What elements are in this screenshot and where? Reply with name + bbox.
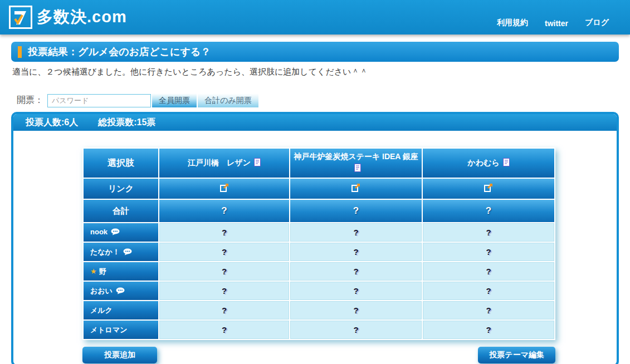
open-all-button[interactable]: 全員開票 xyxy=(152,94,197,107)
vote-value: ? xyxy=(486,247,491,257)
choice-header-2: 神戸牛炉釜炭焼ステーキ IDEA 銀座 xyxy=(290,149,422,178)
voter-name-cell: おおい xyxy=(84,282,158,300)
voter-row: おおい ? ? ? xyxy=(84,282,554,300)
memo-icon[interactable] xyxy=(254,159,261,168)
vote-value: ? xyxy=(222,286,227,296)
open-votes-label: 開票： xyxy=(17,95,43,106)
voter-name-cell: メトロマン xyxy=(84,321,158,339)
memo-icon[interactable] xyxy=(503,159,510,168)
comment-bubble-icon[interactable] xyxy=(116,288,125,296)
comment-bubble-icon[interactable] xyxy=(111,229,120,237)
panel-header: 投票人数:6人 総投票数:15票 xyxy=(13,114,617,131)
link-row: リンク xyxy=(84,179,554,199)
open-votes-row: 開票： 全員開票 合計のみ開票 xyxy=(17,94,630,107)
choice-header-3: かわむら xyxy=(423,149,554,178)
vote-value: ? xyxy=(486,228,491,237)
voter-name-cell: nook xyxy=(84,223,158,242)
link-row-header: リンク xyxy=(84,179,158,199)
nav-twitter-link[interactable]: twitter xyxy=(545,19,568,28)
vote-value: ? xyxy=(353,267,358,276)
top-navigation: 利用規約 twitter ブログ xyxy=(497,0,630,35)
voter-row: ★野 ? ? ? xyxy=(84,262,554,281)
vote-value: ? xyxy=(486,306,491,315)
site-logo[interactable]: 多数決.com xyxy=(0,0,127,35)
voter-row: メルク ? ? ? xyxy=(84,301,554,319)
voter-row: メトロマン ? ? ? xyxy=(84,321,554,339)
total-value: ? xyxy=(486,205,491,216)
total-value: ? xyxy=(221,205,227,216)
total-row: 合計 ? ? ? xyxy=(84,200,554,222)
vote-value: ? xyxy=(353,325,358,335)
voter-name-cell: ★野 xyxy=(84,262,158,281)
actions-row: 投票追加 投票テーマ編集 xyxy=(82,347,555,363)
voter-row: nook ? ? ? xyxy=(84,223,554,242)
open-total-only-button[interactable]: 合計のみ開票 xyxy=(198,94,258,107)
vote-value: ? xyxy=(353,228,358,237)
total-value: ? xyxy=(353,205,359,216)
choice-header-1: 江戸川橋 レザン xyxy=(159,149,289,178)
comment-bubble-icon[interactable] xyxy=(123,249,133,257)
vote-value: ? xyxy=(486,267,491,276)
vote-value: ? xyxy=(486,325,491,335)
total-votes: 総投票数:15票 xyxy=(98,117,155,129)
poll-description: 適当に、２つ候補選びました。他に行きたいところあったら、選択肢に追加してください… xyxy=(12,67,630,77)
vote-value: ? xyxy=(222,247,227,257)
page-title-bar: 投票結果：グルメ会のお店どこにする？ xyxy=(11,42,619,62)
table-header-row: 選択肢 江戸川橋 レザン 神戸牛炉釜炭焼ステーキ IDEA 銀座 かわむら xyxy=(84,149,554,178)
logo-check-icon xyxy=(9,6,32,29)
voter-name-cell: たなか！ xyxy=(84,243,158,261)
vote-value: ? xyxy=(353,247,358,257)
results-panel: 投票人数:6人 総投票数:15票 選択肢 江戸川橋 レザン 神戸牛炉釜炭焼ステー… xyxy=(11,112,619,364)
vote-value: ? xyxy=(222,325,227,335)
top-header-bar: 多数決.com 利用規約 twitter ブログ xyxy=(0,0,630,35)
nav-terms-link[interactable]: 利用規約 xyxy=(497,18,528,28)
password-input[interactable] xyxy=(47,94,151,107)
add-vote-button[interactable]: 投票追加 xyxy=(82,347,157,363)
page-title: 投票結果：グルメ会のお店どこにする？ xyxy=(28,45,211,58)
choices-corner-header: 選択肢 xyxy=(84,149,158,178)
vote-value: ? xyxy=(353,306,358,315)
voter-name-cell: メルク xyxy=(84,301,158,319)
results-table: 選択肢 江戸川橋 レザン 神戸牛炉釜炭焼ステーキ IDEA 銀座 かわむら リン… xyxy=(82,147,555,340)
vote-value: ? xyxy=(222,267,227,276)
total-row-header: 合計 xyxy=(84,200,158,222)
nav-blog-link[interactable]: ブログ xyxy=(585,18,609,28)
vote-value: ? xyxy=(222,306,227,315)
voter-row: たなか！ ? ? ? xyxy=(84,243,554,261)
site-title: 多数決.com xyxy=(37,6,127,28)
external-link-icon[interactable] xyxy=(219,183,229,195)
external-link-icon[interactable] xyxy=(351,183,361,195)
vote-value: ? xyxy=(353,286,358,296)
vote-value: ? xyxy=(222,228,227,237)
star-icon: ★ xyxy=(90,267,97,276)
voters-count: 投票人数:6人 xyxy=(26,117,78,129)
external-link-icon[interactable] xyxy=(484,183,494,195)
memo-icon[interactable] xyxy=(354,165,361,174)
title-accent-bar xyxy=(18,46,22,58)
vote-value: ? xyxy=(486,286,491,296)
edit-theme-button[interactable]: 投票テーマ編集 xyxy=(478,347,555,363)
